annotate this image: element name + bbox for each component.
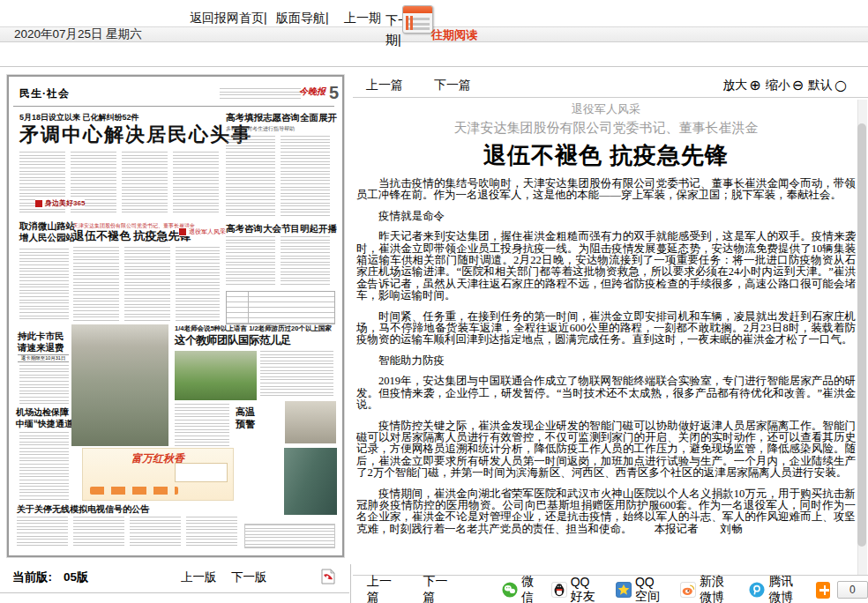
panel-divider [350, 564, 351, 603]
zoom-out-icon: ⊖ [792, 78, 804, 93]
article-section-heading: 疫情就是命令 [356, 211, 856, 222]
home-link[interactable]: 返回报网首页| [190, 11, 267, 26]
share-count[interactable]: 0 [837, 581, 868, 599]
np-bus-headline[interactable]: 取消微山路站 增人民公园站 [19, 220, 75, 243]
newspaper-page-image[interactable]: 民生·社会 今晚报 5 5月18日设立以来 已化解纠纷52件 矛调中心解决居民心… [13, 83, 340, 549]
article-scrollbar-thumb[interactable] [857, 123, 866, 547]
np-heat-warning-headline[interactable]: 高温 预警 [236, 406, 255, 430]
photo-umbrella-women [285, 401, 336, 443]
zoom-out-button[interactable]: 缩小 ⊖ [766, 78, 804, 93]
np-veteran-body-text [73, 247, 220, 323]
share-tencent-weibo-label: 腾讯微博 [768, 574, 804, 603]
share-more-button[interactable] [816, 582, 829, 599]
np-card-subtitle: 退卡期限至10月31日 [18, 354, 69, 362]
red-square-icon [35, 200, 42, 207]
current-page-value: 05版 [64, 570, 89, 585]
share-qzone-label: QQ空间 [635, 575, 666, 603]
ad-product-image [175, 463, 228, 482]
share-qq-button[interactable]: QQ好友 [551, 575, 602, 603]
zoom-default-button[interactable]: 默认 ○ [808, 78, 847, 93]
np-notice-body-text [17, 517, 239, 547]
share-bar: 上一篇 下一篇 微信 [353, 575, 868, 603]
article-section-heading: 智能助力防疫 [356, 355, 856, 367]
article-title: 退伍不褪色 抗疫急先锋 [356, 140, 856, 171]
share-wechat-label: 微信 [521, 574, 537, 603]
zoom-out-label: 缩小 [766, 78, 790, 93]
np-veteran-badge-label: 退役军人风采 [189, 227, 226, 236]
np-teacher-body-text2 [175, 404, 229, 446]
np-schedule-table [226, 291, 335, 324]
np-gaokao-headline[interactable]: 高考填报志愿咨询全面展开 [226, 112, 337, 124]
np-header-rule [13, 106, 334, 107]
np-veteran-headline[interactable]: 退伍不褪色 抗疫急先锋 [73, 228, 191, 244]
next-article-link-bottom[interactable]: 下一篇 [423, 574, 452, 603]
red-square-icon [179, 228, 186, 235]
np-daily-badge-label: 身边美好365 [45, 198, 85, 208]
share-qzone-button[interactable]: QQ空间 [616, 575, 666, 603]
share-qq-label: QQ好友 [571, 575, 602, 603]
zoom-controls: 放大 ⊕ 缩小 ⊖ 默认 ○ [722, 78, 847, 93]
zoom-in-button[interactable]: 放大 ⊕ [722, 78, 760, 93]
tencent-weibo-icon [749, 582, 765, 598]
zoom-default-label: 默认 [808, 78, 833, 93]
ad-coupon-row [90, 487, 178, 495]
np-gaokao-subtitle: 多种方式对考生进行指导帮助 [226, 125, 295, 133]
np-section-title: 民生·社会 [19, 86, 70, 101]
photo-teachers-on-grass [175, 351, 257, 400]
header-divider [0, 66, 868, 67]
share-wechat-button[interactable]: 微信 [502, 574, 537, 603]
np-main-headline[interactable]: 矛调中心解决居民心头事 [19, 122, 252, 148]
share-sina-weibo-label: 新浪微博 [700, 574, 735, 603]
np-veteran-badge: 退役军人风采 [179, 227, 226, 236]
article-kicker: 天津安达集团股份有限公司党委书记、董事长崔洪金 [356, 120, 856, 137]
np-left-col-text3 [19, 432, 69, 501]
np-boxed-notice [244, 524, 335, 548]
prev-page-link[interactable]: 上一版 [181, 570, 217, 585]
zoom-default-icon: ○ [834, 78, 847, 93]
share-sina-weibo-button[interactable]: 新浪微博 [680, 574, 735, 603]
photo-street-crowd [71, 324, 168, 446]
reader-toolbar-divider [353, 97, 868, 98]
np-teacher-kicker: 1/4老师会说5种以上语言 1/2老师游历过20个以上国家 [175, 324, 332, 333]
np-header-meta [220, 88, 301, 99]
np-teacher-headline[interactable]: 这个教师团队国际范儿足 [175, 333, 291, 348]
prev-article-link-bottom[interactable]: 上一篇 [367, 574, 396, 603]
article-paragraph: 昨天记者来到安达集团，握住崔洪金粗糙而强有力的双手就能感受到，这是军人的双手。疫… [356, 231, 856, 302]
article-paragraph: 当抗击疫情的集结号吹响时，天津安达集团股份有限公司党委书记、董事长崔洪金闻令而动… [356, 178, 856, 202]
article-paragraph: 疫情期间，崔洪金向湖北省荣军医院和武汉市火神山医院以个人名义捐款10万元，用于购… [356, 488, 856, 536]
current-page-label: 当前版: [12, 570, 52, 585]
np-daily-badge: 身边美好365 [35, 198, 85, 208]
article-paragraph: 2019年，安达集团与中国联通合作成立了物联网智能终端联合实验室，专门进行智能居… [356, 376, 856, 411]
page-nav-link[interactable]: 版面导航| [276, 11, 329, 26]
share-tencent-weibo-button[interactable]: 腾讯微博 [749, 574, 804, 603]
np-airport-headline[interactable]: 机场边检保障 中缅“快捷通道” [16, 406, 78, 429]
np-card-headline[interactable]: 持此卡市民 请速来退费 [18, 331, 64, 354]
issue-date: 2020年07月25日 星期六 [14, 27, 142, 41]
zoom-in-label: 放大 [722, 78, 747, 93]
qzone-star-icon [616, 582, 632, 598]
left-footer-divider [0, 592, 349, 593]
np-page-number: 5 [329, 83, 339, 103]
article-paragraph: 时间紧、任务重，在接到任务的第一时间，崔洪金立即安排司机和车辆，凌晨就出发赶到石… [356, 311, 856, 346]
next-page-link[interactable]: 下一版 [231, 570, 267, 585]
np-teacher-body-text [260, 351, 333, 397]
np-left-col-text2 [19, 365, 69, 404]
prev-issue-link[interactable]: 上一期 [344, 11, 381, 26]
np-left-col-text [19, 249, 69, 321]
article-paragraph: 疫情防控关键之际，崔洪金发现企业研发的智能门磁可以协助做好返津人员居家隔离工作。… [356, 421, 856, 480]
article-view: 退役军人风采 天津安达集团股份有限公司党委书记、董事长崔洪金 退伍不褪色 抗疫急… [356, 99, 856, 573]
np-advertisement: 富万红秋香 [82, 448, 234, 501]
np-notice-headline[interactable]: 关于关停无线模拟电视信号的公告 [17, 503, 149, 516]
pdf-icon[interactable] [321, 569, 335, 588]
np-gaokao-tv-headline[interactable]: 高考咨询大会节目明起开播 [226, 223, 337, 235]
prev-article-link-top[interactable]: 上一篇 [366, 78, 403, 93]
photo-bookshelf [284, 448, 337, 515]
zoom-in-icon: ⊕ [749, 78, 760, 93]
np-gaokao-tv-body-text [226, 236, 333, 286]
past-issues-link[interactable]: 往期阅读 [431, 27, 477, 43]
next-article-link-top[interactable]: 下一篇 [434, 78, 471, 93]
epaper-app: 2020年07月25日 星期六 返回报网首页| 版面导航| 上一期 下一期| 往… [0, 0, 868, 603]
calendar-icon[interactable] [402, 5, 433, 34]
sina-weibo-icon [680, 582, 696, 598]
np-masthead: 今晚报 [299, 86, 326, 98]
